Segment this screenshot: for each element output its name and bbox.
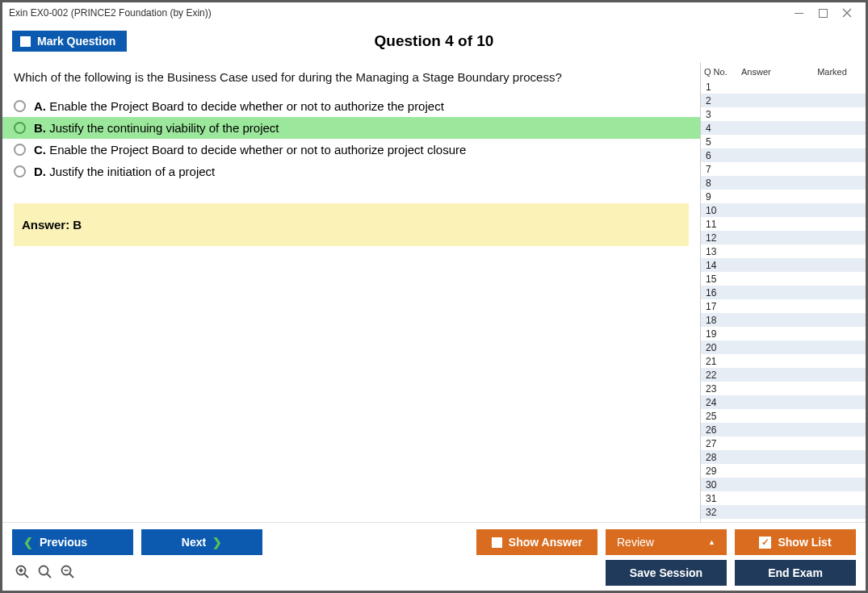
question-list-row[interactable]: 32 bbox=[701, 505, 866, 519]
question-list-panel: Q No. Answer Marked 12345678910111213141… bbox=[700, 62, 866, 522]
question-text: Which of the following is the Business C… bbox=[2, 67, 700, 95]
radio-icon bbox=[14, 165, 26, 177]
next-button[interactable]: Next ❯ bbox=[141, 529, 262, 555]
chevron-up-icon: ▲ bbox=[708, 538, 715, 546]
question-list-row[interactable]: 12 bbox=[701, 231, 866, 244]
qno-cell: 29 bbox=[704, 466, 736, 477]
svg-point-8 bbox=[19, 569, 23, 572]
maximize-button[interactable] bbox=[811, 9, 835, 18]
question-list-row[interactable]: 24 bbox=[701, 395, 866, 409]
question-list-row[interactable]: 1 bbox=[701, 80, 866, 94]
option-a[interactable]: A. Enable the Project Board to decide wh… bbox=[2, 95, 700, 117]
qno-cell: 23 bbox=[704, 383, 736, 395]
zoom-reset-button[interactable] bbox=[14, 563, 31, 581]
question-list-row[interactable]: 20 bbox=[701, 340, 866, 354]
end-exam-button[interactable]: End Exam bbox=[735, 560, 856, 586]
show-answer-label: Show Answer bbox=[509, 536, 582, 549]
question-list-row[interactable]: 5 bbox=[701, 135, 866, 148]
qno-cell: 9 bbox=[704, 191, 736, 203]
question-list-row[interactable]: 30 bbox=[701, 478, 866, 491]
header-answer: Answer bbox=[741, 67, 802, 77]
question-list-row[interactable]: 23 bbox=[701, 382, 866, 395]
answer-value: B bbox=[73, 218, 82, 232]
radio-icon bbox=[14, 144, 26, 156]
question-list-row[interactable]: 18 bbox=[701, 313, 866, 327]
show-list-button[interactable]: ✓ Show List bbox=[735, 529, 856, 555]
question-list-row[interactable]: 19 bbox=[701, 327, 866, 340]
zoom-in-button[interactable] bbox=[36, 563, 54, 581]
question-list-row[interactable]: 27 bbox=[701, 436, 866, 450]
qno-cell: 5 bbox=[704, 136, 736, 148]
question-list-row[interactable]: 10 bbox=[701, 203, 866, 217]
review-button[interactable]: Review ▲ bbox=[606, 529, 727, 555]
option-c[interactable]: C. Enable the Project Board to decide wh… bbox=[2, 139, 700, 161]
save-session-button[interactable]: Save Session bbox=[606, 560, 727, 586]
question-list-row[interactable]: 29 bbox=[701, 464, 866, 478]
radio-icon bbox=[14, 100, 26, 112]
qno-cell: 6 bbox=[704, 150, 736, 161]
question-list[interactable]: 1234567891011121314151617181920212223242… bbox=[701, 80, 866, 522]
question-list-row[interactable]: 25 bbox=[701, 409, 866, 423]
question-list-row[interactable]: 13 bbox=[701, 244, 866, 258]
answer-panel: Answer: B bbox=[14, 203, 689, 246]
qno-cell: 12 bbox=[704, 232, 736, 244]
titlebar: Exin EX0-002 (PRINCE2 Foundation (by Exi… bbox=[2, 2, 866, 23]
mark-question-label: Mark Question bbox=[37, 35, 115, 48]
question-list-row[interactable]: 26 bbox=[701, 423, 866, 436]
question-list-row[interactable]: 3 bbox=[701, 107, 866, 121]
question-list-row[interactable]: 16 bbox=[701, 286, 866, 299]
mark-question-button[interactable]: Mark Question bbox=[12, 31, 127, 52]
header-qno: Q No. bbox=[704, 67, 741, 77]
qno-cell: 16 bbox=[704, 287, 736, 299]
question-list-row[interactable]: 21 bbox=[701, 354, 866, 368]
option-d[interactable]: D. Justify the initiation of a project bbox=[2, 161, 700, 182]
qno-cell: 10 bbox=[704, 205, 736, 216]
question-list-row[interactable]: 31 bbox=[701, 491, 866, 505]
question-list-row[interactable]: 9 bbox=[701, 190, 866, 203]
save-session-label: Save Session bbox=[630, 566, 702, 579]
window-title: Exin EX0-002 (PRINCE2 Foundation (by Exi… bbox=[9, 7, 786, 19]
header-row: Mark Question Question 4 of 10 bbox=[2, 23, 866, 62]
option-label: B. Justify the continuing viability of t… bbox=[34, 121, 279, 135]
svg-line-10 bbox=[47, 574, 51, 578]
zoom-out-button[interactable] bbox=[59, 563, 77, 581]
qno-cell: 30 bbox=[704, 479, 736, 491]
question-list-row[interactable]: 14 bbox=[701, 258, 866, 272]
question-list-row[interactable]: 8 bbox=[701, 176, 866, 190]
option-b[interactable]: B. Justify the continuing viability of t… bbox=[2, 117, 700, 139]
qno-cell: 20 bbox=[704, 342, 736, 353]
qno-cell: 17 bbox=[704, 301, 736, 312]
question-counter: Question 4 of 10 bbox=[2, 32, 866, 50]
qno-cell: 2 bbox=[704, 95, 736, 106]
question-list-row[interactable]: 15 bbox=[701, 272, 866, 286]
qno-cell: 31 bbox=[704, 493, 736, 504]
show-answer-button[interactable]: Show Answer bbox=[476, 529, 598, 555]
previous-button[interactable]: ❮ Previous bbox=[12, 529, 133, 555]
svg-point-9 bbox=[40, 566, 48, 575]
question-list-row[interactable]: 4 bbox=[701, 121, 866, 135]
option-label: D. Justify the initiation of a project bbox=[34, 165, 215, 178]
question-list-row[interactable]: 22 bbox=[701, 368, 866, 382]
app-window: Exin EX0-002 (PRINCE2 Foundation (by Exi… bbox=[0, 0, 868, 593]
question-area: Which of the following is the Business C… bbox=[2, 62, 700, 522]
question-list-header: Q No. Answer Marked bbox=[701, 62, 866, 80]
question-list-row[interactable]: 6 bbox=[701, 148, 866, 162]
footer: ❮ Previous Next ❯ Show Answer Review ▲ ✓… bbox=[2, 522, 866, 591]
qno-cell: 22 bbox=[704, 370, 736, 381]
qno-cell: 32 bbox=[704, 507, 736, 518]
question-list-row[interactable]: 11 bbox=[701, 217, 866, 231]
qno-cell: 25 bbox=[704, 411, 736, 422]
close-button[interactable] bbox=[835, 8, 859, 18]
question-list-row[interactable]: 28 bbox=[701, 450, 866, 464]
answer-label: Answer: bbox=[22, 218, 69, 232]
previous-label: Previous bbox=[40, 536, 87, 549]
minimize-button[interactable] bbox=[786, 9, 811, 18]
question-list-row[interactable]: 17 bbox=[701, 299, 866, 313]
qno-cell: 14 bbox=[704, 260, 736, 271]
question-list-row[interactable]: 7 bbox=[701, 162, 866, 176]
radio-icon bbox=[14, 122, 26, 134]
qno-cell: 26 bbox=[704, 424, 736, 436]
qno-cell: 13 bbox=[704, 246, 736, 257]
question-list-row[interactable]: 2 bbox=[701, 94, 866, 107]
next-label: Next bbox=[182, 536, 206, 549]
